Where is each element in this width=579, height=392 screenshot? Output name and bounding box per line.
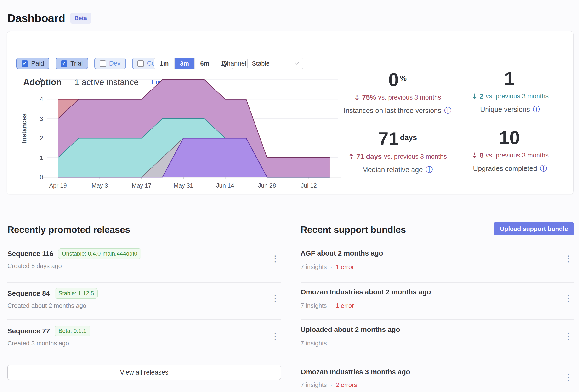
release-badge: Stable: 1.12.5 (55, 288, 98, 299)
info-icon[interactable]: ⓘ (426, 165, 433, 175)
dot-separator: · (330, 263, 332, 271)
divider (7, 282, 281, 283)
stat-value: 10 (455, 128, 565, 147)
svg-text:Jun 28: Jun 28 (258, 182, 276, 189)
stat-delta: ⇣ 2vs. previous 3 months (455, 92, 565, 101)
stat-value: 0% (342, 69, 453, 89)
kebab-menu-icon[interactable]: ⋮ (564, 254, 573, 263)
stat-value: 1 (455, 69, 565, 88)
trend-down-icon: ⇣ (471, 151, 477, 160)
svg-text:May 3: May 3 (92, 182, 108, 189)
divider (300, 244, 574, 244)
bundle-meta: 7 insights (300, 340, 334, 347)
divider (300, 357, 574, 357)
trend-down-icon: ⇣ (471, 92, 477, 101)
checkbox-checked-icon[interactable]: ✓ (61, 60, 67, 67)
svg-text:1: 1 (40, 154, 43, 161)
channel-label: Channel (222, 60, 246, 67)
upload-support-bundle-button[interactable]: Upload support bundle (494, 222, 574, 236)
filter-paid[interactable]: ✓ Paid (16, 58, 49, 69)
recent-support-bundles: Recent support bundles Upload support bu… (300, 224, 574, 392)
stat-value: 71days (342, 128, 453, 148)
insights-count: 7 insights (300, 263, 327, 271)
checkbox-checked-icon[interactable]: ✓ (22, 60, 28, 67)
kebab-menu-icon[interactable]: ⋮ (564, 294, 573, 303)
release-title[interactable]: Sequence 77 (7, 327, 50, 335)
stat-label: Median relative age (362, 166, 423, 174)
bundle-title[interactable]: Uploaded about 2 months ago (300, 326, 400, 334)
svg-text:Jun 14: Jun 14 (216, 182, 234, 189)
kebab-menu-icon[interactable]: ⋮ (564, 373, 573, 382)
kebab-menu-icon[interactable]: ⋮ (271, 254, 280, 263)
release-title[interactable]: Sequence 84 (7, 290, 50, 297)
stat-unique-versions: 1 ⇣ 2vs. previous 3 months Unique versio… (455, 69, 565, 114)
kebab-menu-icon[interactable]: ⋮ (271, 294, 280, 303)
bundle-title[interactable]: Omozan Industries about 2 months ago (300, 288, 431, 296)
stat-instances-last-three-versions: 0% ⇣ 75%vs. previous 3 months Instances … (342, 69, 453, 116)
kebab-menu-icon[interactable]: ⋮ (564, 332, 573, 340)
bundle-meta: 7 insights · 1 error (300, 302, 354, 309)
insights-count: 7 insights (300, 340, 327, 347)
svg-text:May 31: May 31 (174, 182, 193, 189)
stat-median-relative-age: 71days ⇡ 71 daysvs. previous 3 months Me… (342, 128, 453, 175)
release-created: Created 3 months ago (7, 340, 69, 347)
releases-heading: Recently promoted releases (7, 224, 281, 235)
release-row: Sequence 84 Stable: 1.12.5 (7, 288, 98, 299)
trend-down-icon: ⇣ (354, 93, 360, 102)
svg-text:May 17: May 17 (132, 182, 151, 189)
stat-label: Instances on last three versions (344, 107, 441, 115)
divider (7, 320, 281, 320)
svg-text:3: 3 (40, 115, 43, 122)
checkbox-unchecked-icon[interactable] (100, 60, 106, 67)
stat-label: Unique versions (480, 106, 530, 113)
errors-count: 1 error (336, 263, 354, 271)
filter-label: Dev (109, 60, 121, 67)
dot-separator: · (330, 381, 332, 389)
range-6m[interactable]: 6m (194, 58, 215, 69)
checkbox-unchecked-icon[interactable] (138, 60, 144, 67)
stat-delta: ⇡ 71 daysvs. previous 3 months (342, 152, 453, 161)
info-icon[interactable]: ⓘ (533, 105, 540, 114)
info-icon[interactable]: ⓘ (540, 164, 547, 174)
kebab-menu-icon[interactable]: ⋮ (271, 332, 280, 340)
bundle-title[interactable]: Omozan Industries 3 months ago (300, 368, 410, 376)
release-title[interactable]: Sequence 116 (7, 250, 53, 258)
release-badge: Beta: 0.1.1 (55, 326, 90, 336)
range-3m-selected[interactable]: 3m (174, 58, 195, 69)
svg-text:Apr 19: Apr 19 (49, 182, 67, 189)
page-title: Dashboard (7, 11, 65, 25)
stat-delta: ⇣ 8vs. previous 3 months (455, 151, 565, 160)
release-created: Created 5 days ago (7, 262, 62, 270)
page-header: Dashboard Beta (7, 11, 91, 25)
view-all-releases-button[interactable]: View all releases (7, 365, 281, 380)
y-axis-title: Instances (21, 113, 28, 143)
channel-select[interactable]: Stable (247, 58, 303, 69)
adoption-area-chart: 012345Apr 19May 3May 17May 31Jun 14Jun 2… (19, 74, 345, 189)
bundle-row: Uploaded about 2 months ago (300, 326, 400, 334)
release-created: Created about 2 months ago (7, 302, 86, 309)
bundle-row: Omozan Industries about 2 months ago (300, 288, 431, 296)
bundle-title[interactable]: AGF about 2 months ago (300, 249, 383, 257)
filter-label: Paid (31, 60, 44, 67)
bundle-meta: 7 insights · 1 error (300, 263, 354, 271)
divider (300, 282, 574, 283)
svg-text:2: 2 (40, 135, 43, 141)
insights-count: 7 insights (300, 302, 327, 309)
filter-dev[interactable]: Dev (94, 58, 126, 69)
filter-label: Trial (71, 60, 83, 67)
svg-text:5: 5 (40, 76, 43, 83)
info-icon[interactable]: ⓘ (444, 106, 451, 116)
errors-count: 2 errors (336, 381, 357, 389)
dashboard-page: Dashboard Beta Adoption 1 active instanc… (0, 0, 579, 392)
channel-value: Stable (252, 60, 270, 67)
recently-promoted-releases: Recently promoted releases Sequence 116 … (7, 224, 281, 392)
filter-trial[interactable]: ✓ Trial (56, 58, 88, 69)
bundle-row: Omozan Industries 3 months ago (300, 368, 410, 376)
range-1m[interactable]: 1m (154, 58, 174, 69)
release-row: Sequence 116 Unstable: 0.4.0-main.444ddf… (7, 248, 141, 259)
stat-delta: ⇣ 75%vs. previous 3 months (342, 93, 453, 102)
divider (7, 244, 281, 244)
svg-text:4: 4 (40, 96, 43, 102)
chevron-down-icon (294, 60, 299, 65)
stat-label: Upgrades completed (473, 165, 537, 173)
